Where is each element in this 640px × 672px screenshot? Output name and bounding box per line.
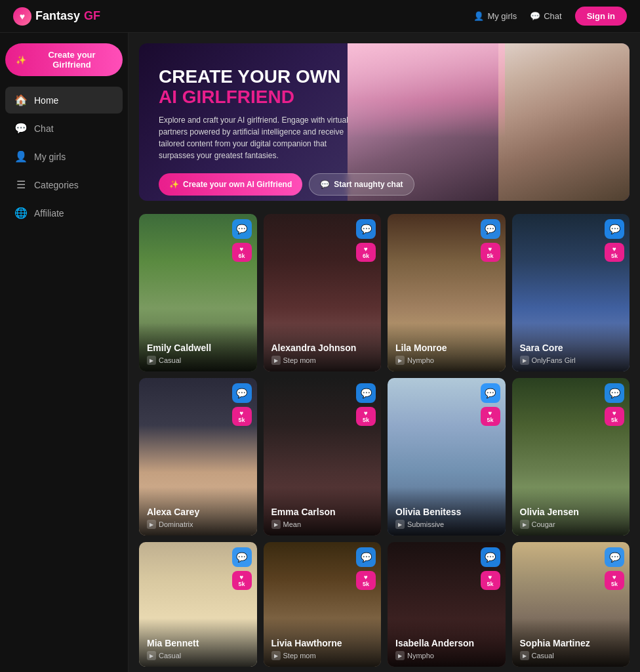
girl-card-sophia[interactable]: 💬 ♥ 5k Sophia Martinez ▶ Casual bbox=[512, 542, 630, 667]
card-actions-sophia: 💬 ♥ 5k bbox=[605, 547, 624, 590]
tag-label-mia: Casual bbox=[159, 652, 181, 660]
card-actions-lila: 💬 ♥ 5k bbox=[481, 219, 500, 262]
card-chat-btn-mia[interactable]: 💬 bbox=[232, 547, 252, 567]
card-chat-btn-alexandra[interactable]: 💬 bbox=[356, 219, 376, 239]
girl-tag-livia: ▶ Step mom bbox=[271, 651, 374, 660]
girl-tag-alexa: ▶ Dominatrix bbox=[147, 520, 249, 529]
card-like-btn-isabella[interactable]: ♥ 5k bbox=[481, 571, 500, 590]
girl-tag-sophia: ▶ Casual bbox=[520, 651, 622, 660]
girl-tag-alexandra: ▶ Step mom bbox=[271, 356, 374, 365]
like-count-mia: 5k bbox=[238, 581, 245, 587]
tag-icon-mia: ▶ bbox=[147, 651, 156, 660]
tag-label-olivia-j: Cougar bbox=[532, 520, 555, 528]
card-overlay-emma: Emma Carlson ▶ Mean bbox=[264, 487, 382, 536]
like-count-livia: 5k bbox=[363, 581, 369, 587]
card-like-btn-emma[interactable]: ♥ 5k bbox=[356, 407, 376, 426]
like-count-isabella: 5k bbox=[487, 581, 493, 587]
like-count-alexa: 5k bbox=[238, 417, 245, 423]
my-girls-nav-icon: 👤 bbox=[14, 150, 28, 163]
hero-title-line1: CREATE YOUR OWN bbox=[159, 67, 421, 87]
card-overlay-lila: Lila Monroe ▶ Nympho bbox=[388, 323, 506, 371]
tag-icon-livia: ▶ bbox=[271, 651, 281, 660]
girls-grid: 💬 ♥ 6k Emily Caldwell ▶ Casual 💬 ♥ 6k Al… bbox=[139, 214, 630, 667]
chat-link[interactable]: 💬 Chat bbox=[530, 11, 561, 21]
hero-chat-button[interactable]: 💬 Start naughty chat bbox=[309, 173, 414, 196]
tag-icon-sara: ▶ bbox=[520, 356, 529, 365]
home-icon: 🏠 bbox=[14, 94, 28, 106]
girl-card-emma[interactable]: 💬 ♥ 5k Emma Carlson ▶ Mean bbox=[264, 378, 382, 536]
card-chat-btn-livia[interactable]: 💬 bbox=[356, 547, 376, 567]
girl-card-isabella[interactable]: 💬 ♥ 5k Isabella Anderson ▶ Nympho bbox=[388, 542, 506, 667]
card-like-btn-olivia-b[interactable]: ♥ 5k bbox=[481, 407, 500, 426]
girl-card-emily[interactable]: 💬 ♥ 6k Emily Caldwell ▶ Casual bbox=[139, 214, 257, 371]
card-like-btn-sara[interactable]: ♥ 5k bbox=[605, 243, 624, 262]
girl-tag-sara: ▶ OnlyFans Girl bbox=[520, 356, 622, 365]
hero-create-button[interactable]: ✨ Create your own AI Girlfriend bbox=[159, 173, 302, 196]
girl-name-livia: Livia Hawthorne bbox=[271, 638, 374, 648]
main-content: CREATE YOUR OWN AI GIRLFRIEND Explore an… bbox=[129, 33, 640, 672]
sidebar-item-home[interactable]: 🏠 Home bbox=[5, 87, 123, 114]
girl-card-livia[interactable]: 💬 ♥ 5k Livia Hawthorne ▶ Step mom bbox=[264, 542, 382, 667]
heart-icon: ♥ bbox=[489, 245, 492, 253]
logo-fantasy: Fantasy bbox=[35, 9, 80, 23]
sidebar-item-chat[interactable]: 💬 Chat bbox=[5, 115, 123, 142]
girl-tag-emma: ▶ Mean bbox=[271, 520, 374, 529]
sidebar: ✨ Create your Girlfriend 🏠 Home 💬 Chat 👤… bbox=[0, 33, 129, 672]
tag-icon-olivia-j: ▶ bbox=[520, 520, 529, 529]
card-chat-btn-sara[interactable]: 💬 bbox=[605, 219, 624, 239]
create-girlfriend-button[interactable]: ✨ Create your Girlfriend bbox=[5, 43, 123, 76]
tag-icon-emma: ▶ bbox=[271, 520, 281, 529]
girl-card-olivia-j[interactable]: 💬 ♥ 5k Olivia Jensen ▶ Cougar bbox=[512, 378, 630, 536]
card-chat-btn-isabella[interactable]: 💬 bbox=[481, 547, 500, 567]
girl-card-lila[interactable]: 💬 ♥ 5k Lila Monroe ▶ Nympho bbox=[388, 214, 506, 371]
sidebar-item-categories[interactable]: ☰ Categories bbox=[5, 171, 123, 198]
hero-content: CREATE YOUR OWN AI GIRLFRIEND Explore an… bbox=[139, 43, 441, 201]
girl-card-sara[interactable]: 💬 ♥ 5k Sara Core ▶ OnlyFans Girl bbox=[512, 214, 630, 371]
card-chat-btn-sophia[interactable]: 💬 bbox=[605, 547, 624, 567]
hero-title-line2: AI GIRLFRIEND bbox=[159, 87, 421, 108]
card-chat-btn-lila[interactable]: 💬 bbox=[481, 219, 500, 239]
girl-name-mia: Mia Bennett bbox=[147, 638, 249, 648]
card-overlay-isabella: Isabella Anderson ▶ Nympho bbox=[388, 618, 506, 667]
girl-name-alexandra: Alexandra Johnson bbox=[271, 343, 374, 353]
girl-card-olivia-b[interactable]: 💬 ♥ 5k Olivia Benitess ▶ Submissive bbox=[388, 378, 506, 536]
card-chat-btn-emily[interactable]: 💬 bbox=[232, 219, 252, 239]
card-like-btn-livia[interactable]: ♥ 5k bbox=[356, 571, 376, 590]
heart-icon: ♥ bbox=[489, 410, 492, 417]
girl-tag-olivia-j: ▶ Cougar bbox=[520, 520, 622, 529]
card-like-btn-sophia[interactable]: ♥ 5k bbox=[605, 571, 624, 590]
girl-card-alexandra[interactable]: 💬 ♥ 6k Alexandra Johnson ▶ Step mom bbox=[264, 214, 382, 371]
card-chat-btn-emma[interactable]: 💬 bbox=[356, 383, 376, 403]
girl-name-sara: Sara Core bbox=[520, 343, 622, 353]
header: ♥ FantasyGF 👤 My girls 💬 Chat Sign in bbox=[0, 0, 640, 33]
card-like-btn-alexa[interactable]: ♥ 5k bbox=[232, 407, 252, 426]
card-actions-olivia-b: 💬 ♥ 5k bbox=[481, 383, 500, 426]
girl-name-isabella: Isabella Anderson bbox=[395, 638, 498, 648]
chat-icon: 💬 bbox=[530, 11, 540, 21]
heart-icon: ♥ bbox=[240, 245, 244, 253]
girl-card-alexa[interactable]: 💬 ♥ 5k Alexa Carey ▶ Dominatrix bbox=[139, 378, 257, 536]
card-chat-btn-olivia-j[interactable]: 💬 bbox=[605, 383, 624, 403]
card-chat-btn-olivia-b[interactable]: 💬 bbox=[481, 383, 500, 403]
card-like-btn-mia[interactable]: ♥ 5k bbox=[232, 571, 252, 590]
girl-card-mia[interactable]: 💬 ♥ 5k Mia Bennett ▶ Casual bbox=[139, 542, 257, 667]
card-like-btn-olivia-j[interactable]: ♥ 5k bbox=[605, 407, 624, 426]
sidebar-item-affiliate[interactable]: 🌐 Affiliate bbox=[5, 200, 123, 226]
card-overlay-olivia-b: Olivia Benitess ▶ Submissive bbox=[388, 487, 506, 536]
card-like-btn-emily[interactable]: ♥ 6k bbox=[232, 243, 252, 262]
card-like-btn-lila[interactable]: ♥ 5k bbox=[481, 243, 500, 262]
card-actions-emily: 💬 ♥ 6k bbox=[232, 219, 252, 262]
my-girls-link[interactable]: 👤 My girls bbox=[473, 11, 517, 21]
girl-name-emma: Emma Carlson bbox=[271, 507, 374, 517]
girl-name-lila: Lila Monroe bbox=[395, 343, 498, 353]
card-like-btn-alexandra[interactable]: ♥ 6k bbox=[356, 243, 376, 262]
tag-icon-lila: ▶ bbox=[395, 356, 405, 365]
girl-name-olivia-j: Olivia Jensen bbox=[520, 507, 622, 517]
sign-in-button[interactable]: Sign in bbox=[575, 7, 627, 26]
girl-tag-isabella: ▶ Nympho bbox=[395, 651, 498, 660]
card-actions-livia: 💬 ♥ 5k bbox=[356, 547, 376, 590]
card-chat-btn-alexa[interactable]: 💬 bbox=[232, 383, 252, 403]
sidebar-item-my-girls[interactable]: 👤 My girls bbox=[5, 143, 123, 170]
heart-icon: ♥ bbox=[240, 410, 244, 417]
logo-icon: ♥ bbox=[13, 7, 31, 26]
